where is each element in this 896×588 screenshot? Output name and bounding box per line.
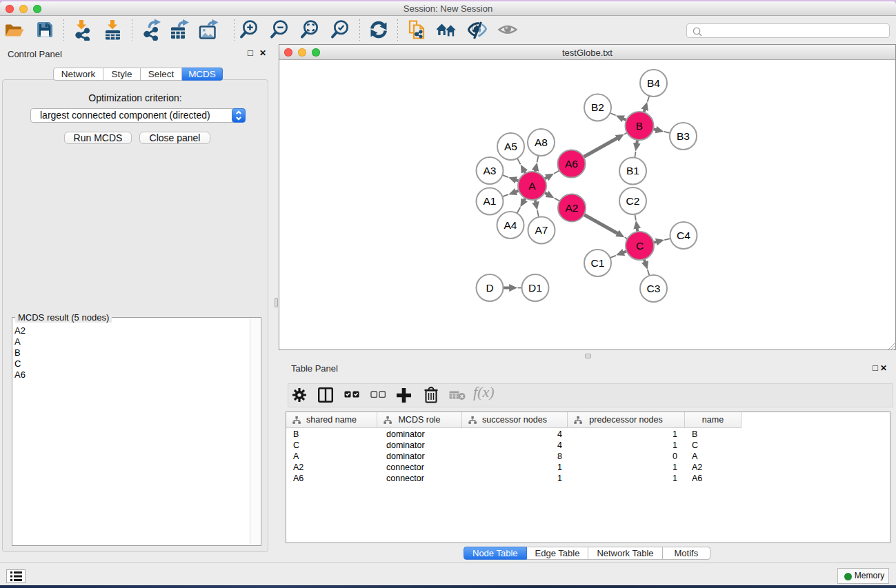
svg-text:A1: A1 — [484, 195, 497, 207]
svg-text:C: C — [636, 240, 644, 252]
svg-text:B3: B3 — [677, 130, 690, 142]
svg-text:C4: C4 — [677, 230, 690, 241]
svg-text:A5: A5 — [504, 141, 517, 152]
svg-text:B4: B4 — [647, 77, 660, 89]
svg-text:B2: B2 — [591, 101, 604, 113]
svg-text:C2: C2 — [626, 195, 640, 207]
svg-text:A6: A6 — [565, 158, 578, 170]
svg-text:A3: A3 — [484, 165, 497, 176]
svg-text:A: A — [528, 180, 536, 192]
svg-text:B: B — [636, 120, 643, 132]
svg-text:D1: D1 — [528, 282, 542, 294]
svg-text:B1: B1 — [626, 165, 639, 176]
svg-text:D: D — [486, 282, 493, 294]
svg-text:A7: A7 — [535, 224, 548, 236]
svg-text:A2: A2 — [566, 202, 579, 214]
svg-text:C3: C3 — [647, 283, 661, 294]
svg-text:A4: A4 — [504, 219, 517, 231]
svg-text:C1: C1 — [591, 257, 605, 269]
svg-text:A8: A8 — [535, 136, 548, 148]
